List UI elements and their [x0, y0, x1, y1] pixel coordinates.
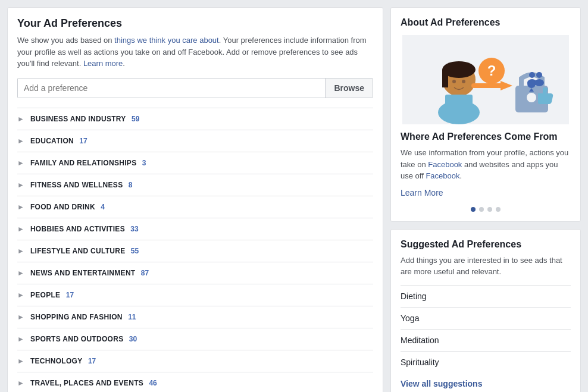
category-count: 33 — [129, 225, 139, 233]
svg-rect-5 — [445, 95, 473, 112]
right-panel: About Ad Preferences — [390, 7, 581, 392]
browse-button[interactable]: Browse — [325, 79, 373, 98]
svg-point-6 — [452, 80, 456, 83]
things-link[interactable]: things we think you care about — [114, 36, 219, 45]
category-name: HOBBIES AND ACTIVITIES — [30, 225, 125, 233]
page-title: Your Ad Preferences — [17, 17, 373, 30]
svg-point-18 — [536, 72, 542, 78]
category-name: FITNESS AND WELLNESS — [30, 181, 123, 189]
category-item[interactable]: ► NEWS AND ENTERTAINMENT 87 — [17, 262, 373, 284]
category-item[interactable]: ► TRAVEL, PLACES AND EVENTS 46 — [17, 372, 373, 393]
chevron-right-icon: ► — [17, 269, 24, 277]
category-name: FOOD AND DRINK — [30, 203, 95, 211]
category-item[interactable]: ► FITNESS AND WELLNESS 8 — [17, 174, 373, 196]
svg-point-16 — [529, 72, 535, 78]
category-name: BUSINESS AND INDUSTRY — [30, 115, 126, 123]
category-count: 17 — [77, 137, 87, 145]
category-count: 11 — [126, 313, 136, 321]
category-count: 30 — [127, 335, 137, 343]
suggestion-item[interactable]: Dieting — [401, 285, 571, 307]
category-item[interactable]: ► LIFESTYLE AND CULTURE 55 — [17, 240, 373, 262]
carousel-dot[interactable] — [487, 207, 492, 212]
category-count: 4 — [99, 203, 105, 211]
carousel-dot[interactable] — [479, 207, 484, 212]
category-item[interactable]: ► FOOD AND DRINK 4 — [17, 196, 373, 218]
where-title: Where Ad Preferences Come From — [401, 131, 571, 142]
category-count: 8 — [126, 181, 132, 189]
illustration: ? — [401, 35, 571, 124]
suggested-description: Add things you are interested in to see … — [401, 255, 571, 278]
suggested-card: Suggested Ad Preferences Add things you … — [390, 229, 581, 393]
svg-point-10 — [527, 93, 536, 102]
about-card-title: About Ad Preferences — [401, 17, 571, 28]
category-item[interactable]: ► EDUCATION 17 — [17, 130, 373, 152]
category-count: 46 — [147, 379, 157, 387]
learn-more-link-desc[interactable]: Learn more — [83, 59, 123, 68]
chevron-right-icon: ► — [17, 159, 24, 167]
chevron-right-icon: ► — [17, 379, 24, 387]
search-input[interactable] — [18, 79, 325, 98]
add-preference-row: Browse — [17, 78, 373, 98]
category-item[interactable]: ► PEOPLE 17 — [17, 284, 373, 306]
carousel-dots — [401, 207, 571, 212]
category-name: EDUCATION — [30, 137, 74, 145]
chevron-right-icon: ► — [17, 335, 24, 343]
chevron-right-icon: ► — [17, 181, 24, 189]
facebook-link-2[interactable]: Facebook — [426, 171, 459, 180]
chevron-right-icon: ► — [17, 137, 24, 145]
svg-point-7 — [462, 80, 465, 83]
category-name: SHOPPING AND FASHION — [30, 313, 123, 321]
svg-point-19 — [534, 79, 544, 86]
chevron-right-icon: ► — [17, 115, 24, 123]
chevron-right-icon: ► — [17, 291, 24, 299]
category-count: 59 — [130, 115, 140, 123]
svg-rect-4 — [442, 70, 448, 87]
where-description: We use information from your profile, ac… — [401, 147, 571, 182]
about-card: About Ad Preferences — [390, 7, 581, 222]
category-count: 17 — [64, 291, 74, 299]
suggestion-item[interactable]: Yoga — [401, 307, 571, 329]
chevron-right-icon: ► — [17, 247, 24, 255]
learn-more-button[interactable]: Learn More — [401, 188, 443, 197]
chevron-right-icon: ► — [17, 225, 24, 233]
suggested-title: Suggested Ad Preferences — [401, 239, 571, 250]
category-count: 3 — [140, 159, 146, 167]
carousel-dot[interactable] — [471, 207, 476, 212]
category-name: NEWS AND ENTERTAINMENT — [30, 269, 136, 277]
category-item[interactable]: ► FAMILY AND RELATIONSHIPS 3 — [17, 152, 373, 174]
category-count: 17 — [86, 357, 96, 365]
category-name: TECHNOLOGY — [30, 357, 83, 365]
left-panel: Your Ad Preferences We show you ads base… — [7, 7, 383, 392]
svg-text:?: ? — [487, 62, 496, 79]
category-count: 55 — [129, 247, 139, 255]
category-item[interactable]: ► TECHNOLOGY 17 — [17, 350, 373, 372]
chevron-right-icon: ► — [17, 203, 24, 211]
category-name: PEOPLE — [30, 291, 60, 299]
category-item[interactable]: ► HOBBIES AND ACTIVITIES 33 — [17, 218, 373, 240]
category-name: SPORTS AND OUTDOORS — [30, 335, 124, 343]
category-item[interactable]: ► BUSINESS AND INDUSTRY 59 — [17, 108, 373, 130]
category-item[interactable]: ► SPORTS AND OUTDOORS 30 — [17, 328, 373, 350]
suggestion-item[interactable]: Spirituality — [401, 351, 571, 373]
category-name: LIFESTYLE AND CULTURE — [30, 247, 126, 255]
view-all-link[interactable]: View all suggestions — [401, 379, 482, 388]
suggestion-item[interactable]: Meditation — [401, 329, 571, 351]
panel-description: We show you ads based on things we think… — [17, 35, 373, 70]
category-name: TRAVEL, PLACES AND EVENTS — [30, 379, 143, 387]
facebook-link-1[interactable]: Facebook — [428, 160, 462, 169]
category-item[interactable]: ► SHOPPING AND FASHION 11 — [17, 306, 373, 328]
carousel-dot[interactable] — [496, 207, 501, 212]
category-name: FAMILY AND RELATIONSHIPS — [30, 159, 137, 167]
category-list: ► BUSINESS AND INDUSTRY 59 ► EDUCATION 1… — [17, 108, 373, 393]
chevron-right-icon: ► — [17, 313, 24, 321]
category-count: 87 — [139, 269, 149, 277]
suggestions-list: DietingYogaMeditationSpirituality — [401, 285, 571, 373]
chevron-right-icon: ► — [17, 357, 24, 365]
